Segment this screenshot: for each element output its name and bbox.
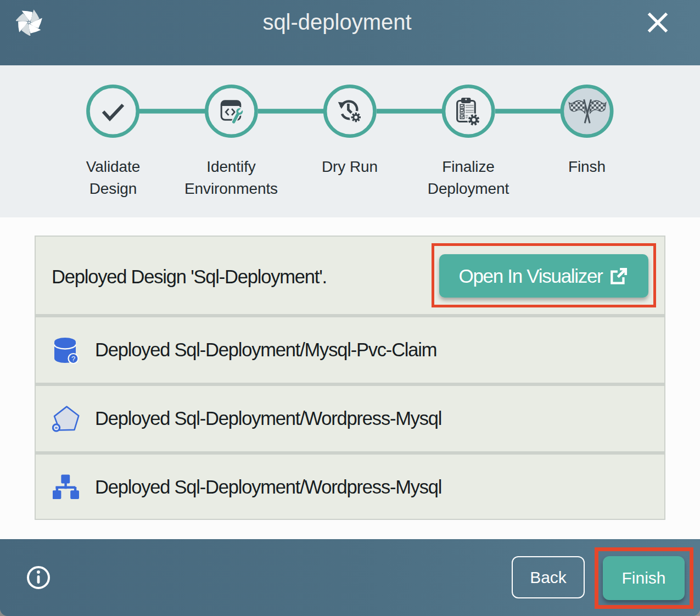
svg-text:?: ? [71,355,75,363]
